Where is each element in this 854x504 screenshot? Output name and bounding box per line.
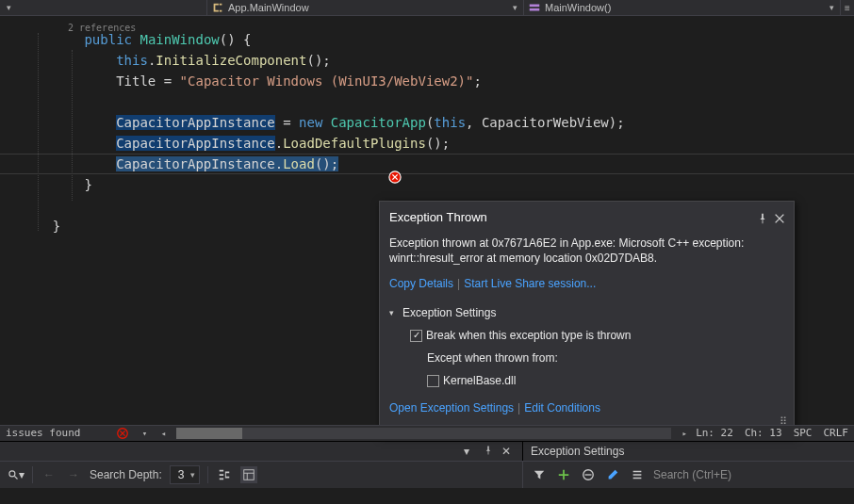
search-depth-label: Search Depth:: [90, 468, 162, 481]
except-module-checkbox[interactable]: KernelBase.dll: [389, 369, 784, 392]
navigation-bar: ▾ App.MainWindow ▾ MainWindow() ▾ ≡: [0, 0, 854, 16]
code-line[interactable]: CapacitorAppInstance = new CapacitorApp(…: [0, 112, 854, 133]
edit-conditions-link[interactable]: Edit Conditions: [524, 401, 600, 415]
settings-list-icon[interactable]: [629, 466, 646, 483]
close-icon[interactable]: [773, 211, 786, 224]
remove-icon[interactable]: [580, 466, 597, 483]
indent-indicator[interactable]: SPC: [794, 423, 813, 444]
code-line[interactable]: [0, 91, 854, 112]
search-icon[interactable]: ▾: [8, 466, 25, 483]
search-depth-dropdown[interactable]: 3: [170, 465, 201, 484]
code-line[interactable]: Title = "Capacitor Windows (WinUI3/WebVi…: [0, 71, 854, 91]
code-line[interactable]: public MainWindow() {: [0, 29, 854, 50]
break-when-thrown-checkbox[interactable]: ✓ Break when this exception type is thro…: [389, 324, 784, 347]
exception-search-input[interactable]: Search (Ctrl+E): [653, 465, 846, 484]
checkbox-unchecked-icon: [427, 375, 439, 387]
issues-found-label[interactable]: issues found: [0, 423, 86, 444]
add-icon[interactable]: [555, 466, 572, 483]
svg-rect-5: [244, 470, 255, 480]
svg-rect-0: [530, 5, 540, 8]
chevron-down-icon[interactable]: ▾: [464, 445, 477, 458]
collapse-icon: ▾: [389, 302, 399, 323]
code-line[interactable]: this.InitializeComponent();: [0, 50, 854, 71]
checkbox-checked-icon: ✓: [410, 330, 422, 342]
scroll-right-icon[interactable]: ▸: [679, 423, 690, 444]
nav-member-dropdown[interactable]: MainWindow() ▾: [524, 0, 841, 15]
exception-popup-title: Exception Thrown: [389, 207, 752, 228]
exception-settings-header[interactable]: ▾ Exception Settings: [389, 301, 784, 324]
code-line[interactable]: CapacitorAppInstance.Load();: [0, 154, 854, 174]
copy-details-link[interactable]: Copy Details: [389, 277, 453, 290]
close-icon[interactable]: ✕: [501, 445, 515, 458]
code-line[interactable]: CapacitorAppInstance.LoadDefaultPlugins(…: [0, 133, 854, 154]
toggle-details-icon[interactable]: [240, 466, 257, 483]
pin-icon[interactable]: [756, 211, 769, 224]
panel-header-row: ▾ ✕ Exception Settings: [0, 441, 854, 461]
line-indicator[interactable]: Ln: 22: [696, 423, 733, 444]
nav-member-label: MainWindow(): [545, 2, 611, 13]
code-line[interactable]: }: [0, 174, 854, 195]
open-exception-settings-link[interactable]: Open Exception Settings: [389, 401, 514, 415]
column-indicator[interactable]: Ch: 13: [745, 423, 782, 444]
exception-settings-toolbar: Search (Ctrl+E): [522, 462, 854, 488]
edit-icon[interactable]: [604, 466, 621, 483]
horizontal-scrollbar[interactable]: [176, 428, 671, 439]
pin-icon[interactable]: [483, 445, 496, 458]
toggle-tree-icon[interactable]: [216, 466, 233, 483]
except-when-label: Except when thrown from:: [389, 347, 784, 369]
lineending-indicator[interactable]: CRLF: [824, 423, 849, 444]
chevron-down-icon: ▾: [827, 3, 836, 12]
split-icon[interactable]: ≡: [841, 0, 854, 15]
error-filter-icon[interactable]: [114, 425, 131, 442]
class-icon: [211, 1, 224, 14]
editor-status-bar: issues found ▾ ◂ ▸ Ln: 22 Ch: 13 SPC CRL…: [0, 425, 854, 441]
exception-popup: Exception Thrown Exception thrown at 0x7…: [379, 201, 795, 436]
separator: [207, 466, 208, 483]
call-hierarchy-toolbar: ▾ ← → Search Depth: 3: [0, 462, 522, 488]
chevron-down-icon[interactable]: ▾: [139, 423, 150, 444]
svg-point-4: [9, 471, 15, 477]
start-live-share-link[interactable]: Start Live Share session...: [464, 277, 596, 290]
scroll-left-icon[interactable]: ◂: [157, 423, 169, 444]
exception-error-icon[interactable]: [388, 169, 402, 182]
separator: [32, 466, 33, 483]
method-icon: [528, 1, 541, 14]
nav-forward-icon: →: [65, 466, 82, 483]
nav-back-icon: ←: [41, 466, 57, 483]
nav-class-dropdown[interactable]: App.MainWindow ▾: [207, 0, 524, 15]
nav-scope-dropdown[interactable]: ▾: [0, 0, 207, 15]
nav-class-label: App.MainWindow: [228, 2, 309, 13]
exception-message: Exception thrown at 0x7671A6E2 in App.ex…: [389, 236, 784, 266]
code-editor[interactable]: 2 references public MainWindow() { this.…: [0, 16, 854, 441]
chevron-down-icon: ▾: [510, 3, 519, 12]
filter-icon[interactable]: [531, 466, 548, 483]
bottom-toolbars: ▾ ← → Search Depth: 3 Search (Ctr: [0, 461, 854, 488]
exception-settings-panel-title: Exception Settings: [531, 445, 624, 458]
chevron-down-icon: ▾: [4, 3, 13, 12]
svg-rect-1: [530, 8, 540, 11]
